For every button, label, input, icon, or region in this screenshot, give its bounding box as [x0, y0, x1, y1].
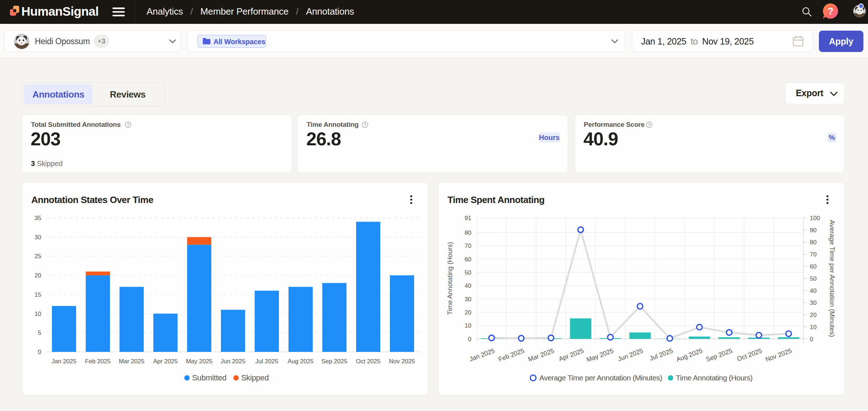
svg-text:50: 50: [810, 275, 817, 282]
svg-text:Jan 2025: Jan 2025: [469, 347, 496, 363]
svg-text:40: 40: [810, 287, 817, 294]
svg-text:15: 15: [35, 291, 41, 298]
svg-text:25: 25: [35, 253, 41, 260]
svg-text:Average Time per Annotation (M: Average Time per Annotation (Minutes): [539, 374, 662, 382]
svg-text:20: 20: [35, 272, 41, 279]
svg-text:May 2025: May 2025: [186, 358, 213, 365]
svg-text:20: 20: [810, 312, 817, 318]
svg-text:0: 0: [38, 349, 41, 355]
svg-text:30: 30: [465, 296, 471, 303]
svg-text:5: 5: [38, 329, 41, 336]
svg-text:70: 70: [810, 251, 817, 258]
svg-text:80: 80: [465, 229, 471, 236]
svg-text:Feb 2025: Feb 2025: [497, 347, 525, 363]
svg-text:0: 0: [810, 336, 813, 343]
svg-text:Apr 2025: Apr 2025: [558, 347, 584, 363]
svg-text:?: ?: [364, 123, 366, 127]
svg-text:Sep 2025: Sep 2025: [705, 347, 733, 363]
svg-text:100: 100: [810, 215, 820, 222]
svg-text:91: 91: [465, 215, 471, 222]
svg-text:10: 10: [465, 322, 471, 329]
svg-text:70: 70: [465, 243, 471, 249]
svg-text:Mar 2025: Mar 2025: [119, 358, 144, 365]
svg-text:Submitted: Submitted: [192, 373, 226, 382]
svg-text:Jul 2025: Jul 2025: [255, 358, 278, 365]
svg-text:Nov 2025: Nov 2025: [764, 347, 793, 363]
svg-text:30: 30: [35, 234, 41, 241]
svg-text:30: 30: [810, 300, 817, 306]
svg-text:Jun 2025: Jun 2025: [617, 347, 644, 363]
svg-text:?: ?: [827, 6, 833, 17]
svg-text:Mar 2025: Mar 2025: [527, 347, 555, 363]
svg-text:?: ?: [648, 123, 651, 127]
svg-text:Jun 2025: Jun 2025: [221, 358, 245, 365]
svg-text:50: 50: [465, 269, 471, 276]
svg-text:Aug 2025: Aug 2025: [288, 358, 314, 365]
svg-text:60: 60: [810, 263, 817, 270]
svg-text:Nov 2025: Nov 2025: [389, 358, 415, 365]
svg-text:0: 0: [468, 336, 471, 343]
svg-text:?: ?: [127, 123, 129, 127]
svg-text:Average Time per Annotation (M: Average Time per Annotation (Minutes): [829, 220, 836, 337]
svg-text:80: 80: [810, 239, 817, 246]
svg-text:May 2025: May 2025: [586, 347, 614, 363]
svg-text:40: 40: [465, 282, 471, 289]
svg-text:Sep 2025: Sep 2025: [322, 358, 348, 365]
svg-text:10: 10: [810, 324, 817, 331]
svg-text:90: 90: [810, 227, 817, 234]
svg-text:10: 10: [35, 311, 41, 317]
svg-text:35: 35: [35, 215, 41, 222]
svg-text:Time Annotating (Hours): Time Annotating (Hours): [676, 374, 752, 382]
svg-text:Apr 2025: Apr 2025: [153, 358, 178, 365]
svg-text:20: 20: [465, 309, 471, 316]
svg-text:Jul 2025: Jul 2025: [649, 347, 674, 362]
svg-text:60: 60: [465, 256, 471, 263]
svg-text:Feb 2025: Feb 2025: [85, 358, 111, 365]
svg-text:Jan 2025: Jan 2025: [52, 358, 76, 365]
svg-text:Time Annotating (Hours): Time Annotating (Hours): [446, 242, 454, 315]
svg-text:Oct 2025: Oct 2025: [736, 347, 763, 363]
svg-text:Oct 2025: Oct 2025: [356, 358, 381, 365]
svg-text:Skipped: Skipped: [241, 373, 269, 382]
svg-text:Aug 2025: Aug 2025: [675, 347, 703, 363]
